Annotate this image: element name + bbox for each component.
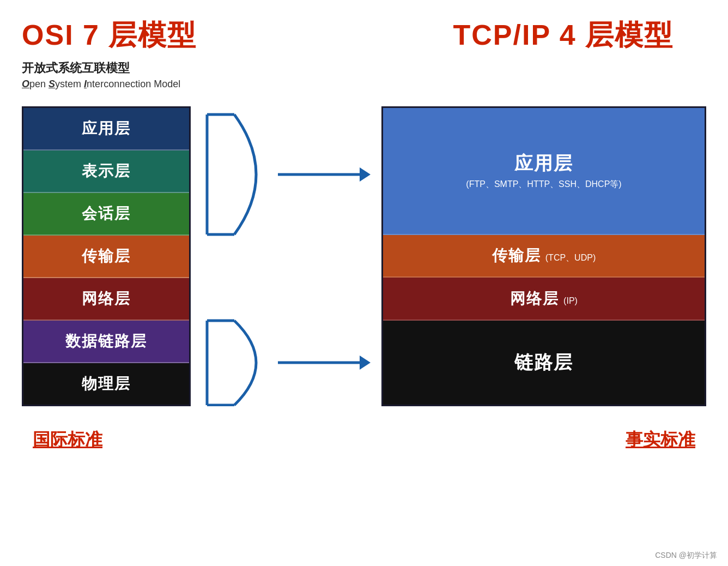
tcpip-layer-network: 网络层 (IP) bbox=[383, 278, 705, 321]
svg-marker-9 bbox=[360, 356, 371, 370]
subtitle-area: 开放式系统互联模型 Open System Interconnection Mo… bbox=[22, 60, 706, 90]
header-row: OSI 7 层模型 TCP/IP 4 层模型 bbox=[22, 16, 706, 55]
osi-layer-network: 网络层 bbox=[23, 278, 189, 321]
connector-svg bbox=[191, 106, 381, 406]
tcpip-network-sub: (IP) bbox=[563, 296, 578, 306]
osi-layer-presentation: 表示层 bbox=[23, 150, 189, 193]
tcpip-app-sub: (FTP、SMTP、HTTP、SSH、DHCP等) bbox=[466, 179, 621, 190]
osi-layer-session: 会话层 bbox=[23, 193, 189, 236]
tcpip-column: 应用层 (FTP、SMTP、HTTP、SSH、DHCP等) 传输层 (TCP、U… bbox=[381, 106, 706, 406]
right-bottom-label: 事实标准 bbox=[626, 428, 695, 452]
connector-area bbox=[191, 106, 381, 406]
tcpip-transport-title: 传输层 bbox=[492, 245, 541, 266]
tcpip-app-title: 应用层 bbox=[514, 151, 573, 176]
watermark: CSDN @初学计算 bbox=[655, 551, 717, 561]
subtitle-zh: 开放式系统互联模型 bbox=[22, 60, 706, 76]
subtitle-en: Open System Interconnection Model bbox=[22, 79, 706, 90]
page-container: OSI 7 层模型 TCP/IP 4 层模型 开放式系统互联模型 Open Sy… bbox=[0, 0, 728, 566]
osi-title: OSI 7 层模型 bbox=[22, 16, 197, 55]
osi-layer-physical: 物理层 bbox=[23, 363, 189, 405]
osi-layer-transport: 传输层 bbox=[23, 236, 189, 278]
tcp-title: TCP/IP 4 层模型 bbox=[453, 16, 674, 55]
diagram-area: 应用层 表示层 会话层 传输层 网络层 数据链路层 物理层 bbox=[22, 106, 706, 406]
osi-column: 应用层 表示层 会话层 传输层 网络层 数据链路层 物理层 bbox=[22, 106, 191, 406]
svg-marker-4 bbox=[360, 167, 371, 182]
i-letter: I bbox=[84, 79, 87, 89]
tcpip-link-title: 链路层 bbox=[514, 350, 573, 375]
osi-layer-application: 应用层 bbox=[23, 108, 189, 150]
left-bottom-label: 国际标准 bbox=[33, 428, 102, 452]
osi-layer-datalink: 数据链路层 bbox=[23, 321, 189, 363]
tcpip-network-title: 网络层 bbox=[510, 288, 559, 309]
tcpip-layer-application: 应用层 (FTP、SMTP、HTTP、SSH、DHCP等) bbox=[383, 108, 705, 235]
s-letter: S bbox=[48, 79, 55, 89]
tcpip-layer-transport: 传输层 (TCP、UDP) bbox=[383, 235, 705, 278]
tcpip-transport-sub: (TCP、UDP) bbox=[545, 252, 596, 264]
tcpip-layer-link: 链路层 bbox=[383, 321, 705, 405]
o-letter: O bbox=[22, 79, 29, 89]
bottom-labels: 国际标准 事实标准 bbox=[22, 428, 706, 452]
